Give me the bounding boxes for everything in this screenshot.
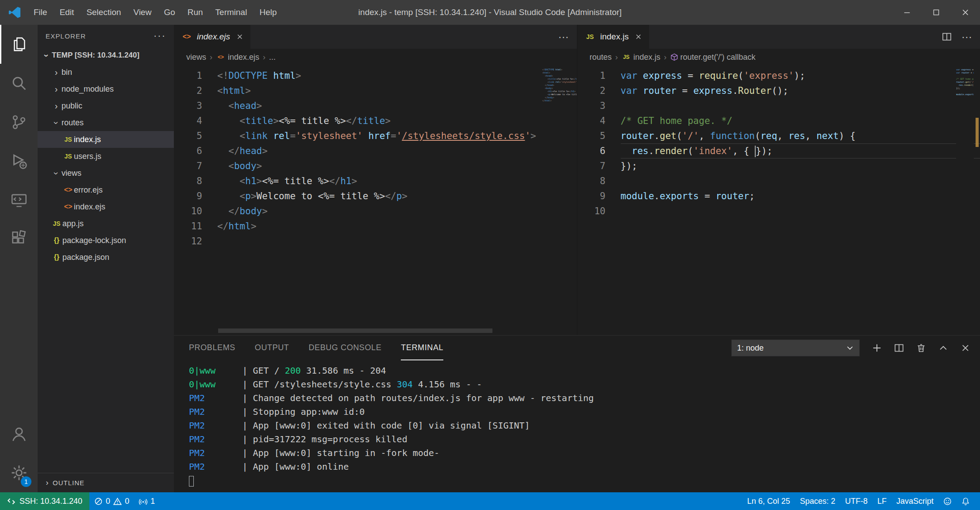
menu-go[interactable]: Go bbox=[158, 0, 181, 25]
breadcrumb-[interactable]: ... bbox=[269, 53, 276, 62]
more-actions-icon[interactable]: ··· bbox=[961, 31, 972, 43]
minimize-button[interactable] bbox=[892, 0, 922, 25]
line-number: 6 bbox=[174, 143, 202, 158]
tree-item-public[interactable]: ›public bbox=[38, 97, 174, 114]
tree-item-users-js[interactable]: JSusers.js bbox=[38, 148, 174, 165]
tree-item-package-json[interactable]: {}package.json bbox=[38, 249, 174, 266]
panel-tab-debug-console[interactable]: DEBUG CONSOLE bbox=[308, 336, 381, 360]
warnings-icon bbox=[113, 497, 122, 506]
json-file-icon: {} bbox=[51, 253, 62, 261]
code-line bbox=[621, 98, 980, 113]
overview-ruler-marker bbox=[976, 118, 979, 147]
terminal-line: PM2 | Stopping app:www id:0 bbox=[189, 405, 980, 419]
tab-label: index.ejs bbox=[197, 32, 230, 42]
cursor-position[interactable]: Ln 6, Col 25 bbox=[742, 492, 795, 510]
tree-item-index-ejs[interactable]: <>index.ejs bbox=[38, 198, 174, 215]
panel-tab-output[interactable]: OUTPUT bbox=[255, 336, 289, 360]
tree-item-error-ejs[interactable]: <>error.ejs bbox=[38, 182, 174, 198]
line-number: 12 bbox=[174, 234, 202, 249]
explorer-more-actions-icon[interactable]: ··· bbox=[154, 30, 166, 42]
close-tab-icon[interactable] bbox=[236, 33, 243, 40]
tree-item-views[interactable]: ›views bbox=[38, 165, 174, 182]
tab-bar-left: <> index.ejs ··· bbox=[174, 25, 577, 49]
code-line: <body> bbox=[217, 158, 577, 174]
minimap[interactable]: var express = require('express');var rou… bbox=[956, 66, 974, 335]
menu-edit[interactable]: Edit bbox=[54, 0, 81, 25]
breadcrumb-router-get-callback[interactable]: router.get('/') callback bbox=[670, 53, 756, 62]
menu-view[interactable]: View bbox=[127, 0, 158, 25]
maximize-icon bbox=[932, 8, 941, 17]
activity-search[interactable] bbox=[0, 64, 38, 103]
indentation-indicator[interactable]: Spaces: 2 bbox=[795, 492, 840, 510]
activity-extensions[interactable] bbox=[0, 220, 38, 259]
remote-indicator[interactable]: SSH: 10.34.1.240 bbox=[0, 492, 89, 510]
code-editor-index-ejs[interactable]: 123456789101112 <!DOCTYPE html><html> <h… bbox=[174, 66, 577, 335]
minimap[interactable]: <!DOCTYPE html><html> <head> <title><%= … bbox=[542, 66, 577, 335]
feedback-button[interactable] bbox=[938, 492, 957, 510]
overview-ruler[interactable] bbox=[974, 66, 980, 335]
menu-help[interactable]: Help bbox=[253, 0, 283, 25]
split-terminal-icon[interactable] bbox=[894, 343, 904, 353]
maximize-panel-icon[interactable] bbox=[938, 343, 948, 353]
encoding-indicator[interactable]: UTF-8 bbox=[840, 492, 872, 510]
js-file-icon: JS bbox=[62, 153, 74, 160]
ejs-file-icon: <> bbox=[62, 186, 74, 194]
tree-item-bin[interactable]: ›bin bbox=[38, 64, 174, 81]
code-editor-index-js[interactable]: 12345678910 var express = require('expre… bbox=[577, 66, 980, 335]
eol-indicator[interactable]: LF bbox=[872, 492, 892, 510]
tree-item-app-js[interactable]: JSapp.js bbox=[38, 215, 174, 232]
menu-terminal[interactable]: Terminal bbox=[209, 0, 254, 25]
close-window-button[interactable] bbox=[951, 0, 980, 25]
close-panel-icon[interactable] bbox=[961, 343, 970, 353]
kill-terminal-icon[interactable] bbox=[916, 343, 926, 353]
code-content[interactable]: var express = require('express');var rou… bbox=[616, 66, 980, 335]
tab-index-ejs[interactable]: <> index.ejs bbox=[174, 25, 250, 49]
notifications-button[interactable] bbox=[957, 492, 975, 510]
tree-item-temp-ssh-10-34-1-240[interactable]: ›TEMP [SSH: 10.34.1.240] bbox=[38, 47, 174, 64]
line-number-gutter: 123456789101112 bbox=[174, 66, 213, 335]
close-tab-icon[interactable] bbox=[635, 33, 642, 40]
outline-section[interactable]: › OUTLINE bbox=[38, 473, 174, 492]
activity-manage[interactable]: 1 bbox=[0, 453, 38, 492]
tree-item-index-js[interactable]: JSindex.js bbox=[38, 131, 174, 148]
activity-accounts[interactable] bbox=[0, 414, 38, 453]
terminal-select[interactable]: 1: node bbox=[731, 340, 860, 356]
code-line bbox=[621, 204, 980, 219]
remote-label: SSH: 10.34.1.240 bbox=[19, 497, 82, 506]
activity-source-control[interactable] bbox=[0, 103, 38, 142]
menu-bar: FileEditSelectionViewGoRunTerminalHelp bbox=[27, 0, 283, 25]
chevron-right-icon: › bbox=[51, 84, 61, 94]
language-indicator[interactable]: JavaScript bbox=[892, 492, 938, 510]
tree-item-routes[interactable]: ›routes bbox=[38, 114, 174, 131]
line-number: 10 bbox=[577, 204, 606, 219]
js-file-icon: JS bbox=[584, 33, 596, 40]
problems-indicator[interactable]: 0 0 bbox=[89, 492, 134, 510]
window-controls bbox=[892, 0, 980, 25]
line-number: 8 bbox=[174, 174, 202, 189]
tree-item-package-lock-json[interactable]: {}package-lock.json bbox=[38, 232, 174, 249]
panel-tab-problems[interactable]: PROBLEMS bbox=[189, 336, 235, 360]
activity-explorer[interactable] bbox=[0, 25, 38, 64]
menu-file[interactable]: File bbox=[27, 0, 54, 25]
split-editor-icon[interactable] bbox=[942, 32, 952, 42]
ports-indicator[interactable]: 1 bbox=[134, 492, 160, 510]
maximize-button[interactable] bbox=[922, 0, 951, 25]
activity-run-and-debug[interactable] bbox=[0, 142, 38, 181]
breadcrumb-views[interactable]: views bbox=[186, 53, 206, 62]
breadcrumb-index-ejs[interactable]: <>index.ejs bbox=[216, 53, 259, 62]
tab-index-js[interactable]: JS index.js bbox=[577, 25, 649, 49]
tree-item-node-modules[interactable]: ›node_modules bbox=[38, 81, 174, 97]
panel-tab-terminal[interactable]: TERMINAL bbox=[401, 336, 443, 360]
breadcrumb-routes[interactable]: routes bbox=[590, 53, 612, 62]
new-terminal-icon[interactable] bbox=[872, 343, 882, 353]
code-line: </head> bbox=[217, 143, 577, 158]
terminal-output[interactable]: 0|www | GET / 200 31.586 ms - 2040|www |… bbox=[174, 360, 980, 492]
menu-run[interactable]: Run bbox=[181, 0, 209, 25]
breadcrumb-index-js[interactable]: JSindex.js bbox=[622, 53, 661, 62]
editor-group-left: <> index.ejs ··· views›<>index.ejs›... 1… bbox=[174, 25, 577, 335]
horizontal-scrollbar[interactable] bbox=[218, 328, 492, 333]
menu-selection[interactable]: Selection bbox=[80, 0, 127, 25]
code-content[interactable]: <!DOCTYPE html><html> <head> <title><%= … bbox=[213, 66, 577, 335]
activity-remote-explorer[interactable] bbox=[0, 181, 38, 220]
more-actions-icon[interactable]: ··· bbox=[558, 31, 569, 43]
